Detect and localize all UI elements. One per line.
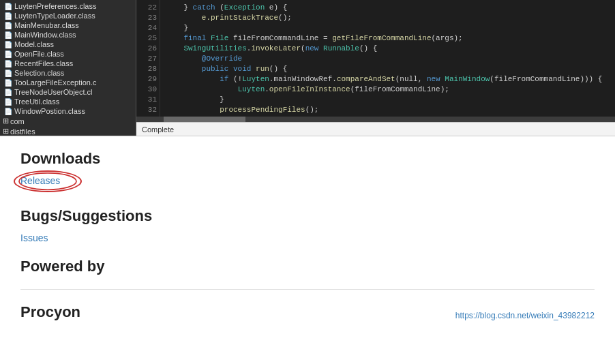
procyon-section: Procyon https://blog.csdn.net/weixin_439… (20, 303, 595, 328)
file-tree-item[interactable]: 📄WindowPostion.class (0, 106, 136, 116)
file-tree-item[interactable]: 📄MainMenubar.class (0, 20, 136, 30)
code-content: 22 23 24 25 26 27 28 29 30 31 32 33 34 3… (136, 0, 615, 117)
code-editor: 📄LuytenPreferences.class 📄LuytenTypeLoad… (0, 0, 615, 136)
file-tree-item[interactable]: 📄OpenFile.class (0, 49, 136, 59)
bugs-section: Bugs/Suggestions Issues (20, 207, 595, 244)
releases-link-container: Releases (20, 175, 60, 187)
code-horizontal-scrollbar[interactable] (136, 117, 615, 122)
powered-by-title: Powered by (20, 258, 595, 275)
bugs-title: Bugs/Suggestions (20, 207, 595, 225)
file-tree: 📄LuytenPreferences.class 📄LuytenTypeLoad… (0, 0, 136, 136)
status-text: Complete (142, 125, 174, 134)
downloads-section: Downloads Releases (20, 150, 595, 200)
file-tree-item[interactable]: 📄MainWindow.class (0, 30, 136, 40)
file-tree-item[interactable]: 📄TreeUtil.class (0, 97, 136, 106)
procyon-url: https://blog.csdn.net/weixin_43982212 (455, 311, 595, 320)
file-tree-item[interactable]: 📄TooLargeFileException.c (0, 78, 136, 87)
file-tree-item[interactable]: 📄TreeNodeUserObject.cl (0, 87, 136, 97)
file-tree-folder[interactable]: ⊞com (0, 116, 136, 126)
status-bar: Complete (136, 122, 615, 136)
line-numbers: 22 23 24 25 26 27 28 29 30 31 32 33 34 3… (136, 0, 160, 117)
divider (20, 289, 595, 290)
procyon-title: Procyon (20, 303, 80, 321)
code-scrollbar-thumb (164, 117, 245, 122)
releases-link[interactable]: Releases (20, 175, 60, 186)
code-text: } catch (Exception e) { e.printStackTrac… (160, 0, 615, 117)
file-tree-item[interactable]: 📄RecentFiles.class (0, 59, 136, 68)
downloads-title: Downloads (20, 150, 595, 168)
file-tree-item[interactable]: 📄Selection.class (0, 68, 136, 78)
issues-link[interactable]: Issues (20, 232, 48, 243)
powered-by-section: Powered by (20, 258, 595, 275)
code-area: 22 23 24 25 26 27 28 29 30 31 32 33 34 3… (136, 0, 615, 136)
file-tree-item[interactable]: 📄Model.class (0, 40, 136, 49)
file-tree-item[interactable]: 📄LuytenPreferences.class (0, 1, 136, 11)
file-tree-folder[interactable]: ⊞distfiles (0, 126, 136, 136)
file-tree-item[interactable]: 📄LuytenTypeLoader.class (0, 11, 136, 20)
page-content: Downloads Releases Bugs/Suggestions Issu… (0, 136, 615, 342)
